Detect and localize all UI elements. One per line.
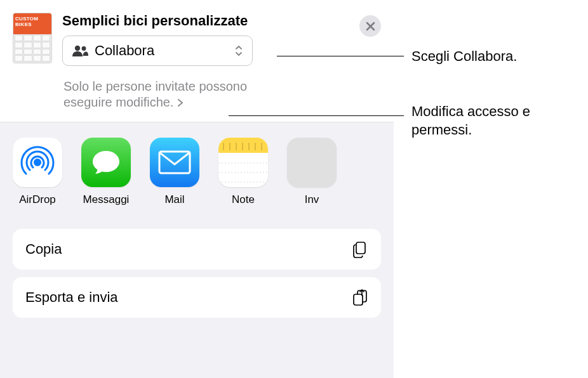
close-button[interactable] bbox=[359, 15, 381, 37]
svg-rect-18 bbox=[354, 294, 363, 305]
share-mail[interactable]: Mail bbox=[150, 138, 199, 206]
svg-point-4 bbox=[34, 159, 41, 166]
close-icon bbox=[366, 22, 375, 31]
collaborate-dropdown[interactable]: Collabora bbox=[62, 36, 253, 66]
share-apps-row: AirDrop Messaggi Mail bbox=[0, 122, 394, 215]
actions-list: Copia Esporta e invia bbox=[0, 215, 394, 318]
airdrop-icon bbox=[13, 138, 62, 187]
document-thumbnail: CUSTOM BIKES bbox=[13, 13, 52, 63]
share-label: Mail bbox=[164, 193, 184, 206]
copy-icon bbox=[351, 240, 368, 258]
dropdown-label: Collabora bbox=[95, 42, 228, 59]
mail-icon bbox=[150, 138, 199, 187]
notes-icon bbox=[218, 138, 268, 187]
callout-line bbox=[277, 56, 404, 56]
header-main: Semplici bici personalizzate Collabora bbox=[62, 13, 349, 66]
action-copy[interactable]: Copia bbox=[13, 229, 381, 270]
share-messages[interactable]: Messaggi bbox=[81, 138, 131, 206]
svg-point-1 bbox=[82, 46, 86, 51]
thumb-title: CUSTOM BIKES bbox=[15, 16, 51, 27]
action-label: Copia bbox=[25, 241, 62, 257]
messages-icon bbox=[81, 138, 131, 187]
permissions-text: Solo le persone invitate possono eseguir… bbox=[63, 79, 292, 110]
export-icon bbox=[351, 289, 368, 306]
share-label: Inv bbox=[305, 193, 319, 206]
share-label: Messaggi bbox=[83, 193, 130, 206]
sheet-header: CUSTOM BIKES Semplici bici personalizzat… bbox=[0, 0, 394, 76]
callout-line bbox=[229, 115, 404, 116]
updown-chevron-icon bbox=[234, 44, 243, 57]
people-icon bbox=[72, 45, 88, 56]
document-title: Semplici bici personalizzate bbox=[62, 13, 349, 29]
share-more[interactable]: Inv bbox=[287, 138, 337, 206]
thumb-calendar-grid bbox=[13, 34, 51, 63]
callout-modify: Modifica accesso e permessi. bbox=[411, 103, 577, 139]
callout-choose: Scegli Collabora. bbox=[411, 48, 517, 66]
share-airdrop[interactable]: AirDrop bbox=[13, 138, 62, 206]
svg-rect-6 bbox=[218, 138, 268, 153]
action-label: Esporta e invia bbox=[25, 289, 118, 306]
action-export[interactable]: Esporta e invia bbox=[13, 277, 381, 318]
share-notes[interactable]: Note bbox=[218, 138, 268, 206]
share-label: AirDrop bbox=[19, 193, 56, 206]
svg-rect-17 bbox=[356, 242, 365, 254]
svg-point-0 bbox=[75, 46, 80, 51]
chevron-right-icon bbox=[177, 98, 184, 107]
more-icon bbox=[287, 138, 337, 187]
share-label: Note bbox=[232, 193, 255, 206]
share-sheet: CUSTOM BIKES Semplici bici personalizzat… bbox=[0, 0, 394, 378]
